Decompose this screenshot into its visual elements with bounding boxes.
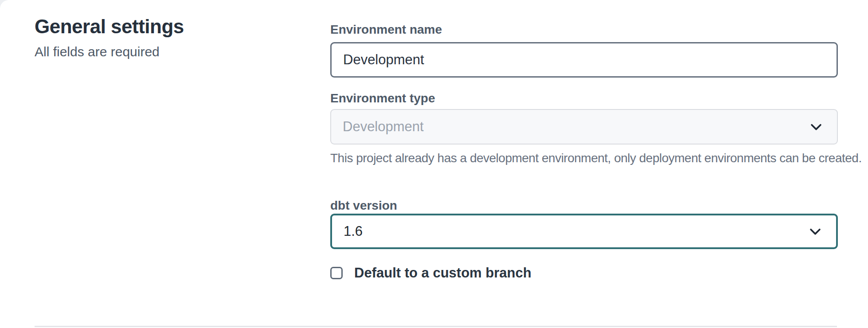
environment-type-label: Environment type: [330, 91, 435, 106]
page-subtitle: All fields are required: [35, 43, 160, 60]
environment-type-select: Development: [330, 109, 838, 144]
environment-type-selected-value: Development: [343, 119, 424, 135]
section-divider: [35, 326, 837, 327]
environment-name-label: Environment name: [330, 22, 442, 37]
page-title: General settings: [35, 15, 184, 38]
chevron-down-icon: [808, 224, 823, 239]
custom-branch-row: Default to a custom branch: [330, 266, 532, 281]
dbt-version-select[interactable]: 1.6: [330, 214, 838, 249]
custom-branch-checkbox[interactable]: [330, 267, 343, 279]
custom-branch-checkbox-label[interactable]: Default to a custom branch: [354, 266, 532, 281]
environment-type-help-text: This project already has a development e…: [330, 149, 868, 167]
dbt-version-label: dbt version: [330, 198, 397, 213]
chevron-down-icon: [809, 119, 824, 134]
card-top-left-corner: [0, 0, 12, 12]
environment-name-input[interactable]: [330, 42, 838, 78]
dbt-version-selected-value: 1.6: [344, 223, 363, 239]
